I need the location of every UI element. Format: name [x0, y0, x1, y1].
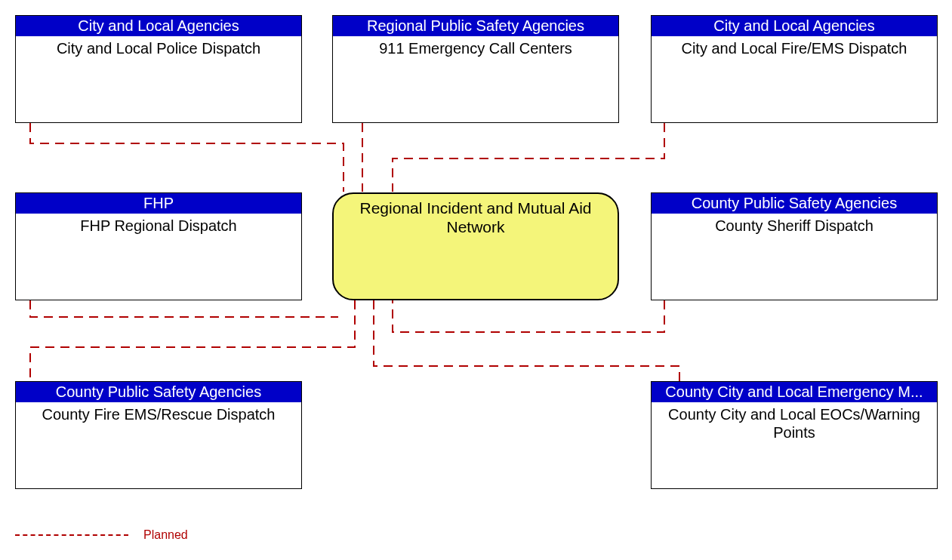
node-body: City and Local Fire/EMS Dispatch — [652, 36, 937, 60]
node-911-centers: Regional Public Safety Agencies 911 Emer… — [332, 15, 619, 123]
conn-bot-left — [30, 300, 355, 381]
node-body: County Fire EMS/Rescue Dispatch — [16, 402, 301, 426]
legend: Planned — [15, 528, 188, 542]
node-city-fire-ems: City and Local Agencies City and Local F… — [651, 15, 938, 123]
node-county-sheriff: County Public Safety Agencies County She… — [651, 192, 938, 300]
legend-line-icon — [15, 534, 128, 536]
legend-planned-label: Planned — [143, 528, 188, 542]
conn-bot-right — [374, 300, 679, 381]
node-header: City and Local Agencies — [652, 16, 937, 36]
node-body: City and Local Police Dispatch — [16, 36, 301, 60]
node-header: FHP — [16, 193, 301, 214]
node-fhp-dispatch: FHP FHP Regional Dispatch — [15, 192, 302, 300]
node-county-eoc: County City and Local Emergency M... Cou… — [651, 381, 938, 489]
node-county-fire-ems: County Public Safety Agencies County Fir… — [15, 381, 302, 489]
central-node: Regional Incident and Mutual Aid Network — [332, 192, 619, 300]
node-header: County Public Safety Agencies — [16, 382, 301, 402]
node-body: County Sheriff Dispatch — [652, 214, 937, 238]
node-header: County Public Safety Agencies — [652, 193, 937, 214]
node-body: FHP Regional Dispatch — [16, 214, 301, 238]
central-title: Regional Incident and Mutual Aid Network — [359, 199, 591, 235]
node-header: Regional Public Safety Agencies — [333, 16, 618, 36]
conn-top-left — [30, 123, 344, 192]
node-header: County City and Local Emergency M... — [652, 382, 937, 402]
node-body: County City and Local EOCs/Warning Point… — [652, 402, 937, 445]
conn-mid-left — [30, 300, 338, 317]
node-body: 911 Emergency Call Centers — [333, 36, 618, 60]
node-city-police-dispatch: City and Local Agencies City and Local P… — [15, 15, 302, 123]
conn-mid-right — [393, 300, 664, 332]
node-header: City and Local Agencies — [16, 16, 301, 36]
conn-top-right — [393, 123, 664, 192]
